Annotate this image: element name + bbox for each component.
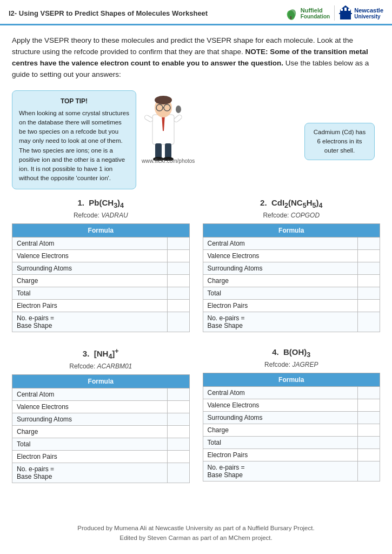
row-value	[167, 463, 189, 483]
flickr-credit: www.flickr.com/photos	[142, 158, 195, 164]
svg-rect-4	[339, 13, 352, 14]
svg-rect-8	[348, 9, 350, 11]
row-label: Charge	[203, 274, 358, 287]
table-row: Total	[203, 287, 380, 299]
row-label: Surrounding Atoms	[12, 413, 168, 425]
table-row: No. e-pairs =Base Shape	[12, 463, 190, 483]
row-value	[358, 299, 380, 312]
table-row: Central Atom	[203, 386, 380, 399]
row-value	[167, 425, 189, 438]
table-row: Central Atom	[203, 237, 380, 249]
footer-line-1: Produced by Mumena Ali at Newcastle Univ…	[11, 523, 381, 533]
newcastle-icon	[339, 5, 352, 21]
tip-body: When looking at some crystal structures …	[19, 109, 129, 183]
row-value	[358, 461, 380, 481]
svg-rect-7	[344, 8, 347, 11]
cadmium-text: Cadmium (Cd) has 6 electrons in its oute…	[314, 129, 366, 154]
table-row: Central Atom	[12, 237, 190, 249]
row-label: Total	[12, 287, 168, 299]
nuffield-icon	[283, 5, 298, 21]
row-value	[358, 249, 380, 262]
scientist-figure: www.flickr.com/photos	[142, 90, 185, 155]
table-row: Surrounding Atoms	[203, 411, 380, 424]
table-row: Total	[12, 287, 190, 299]
intro-paragraph: Apply the VSEPR theory to these molecule…	[12, 35, 380, 81]
molecule-block-2: 2. CdI2(NC5H5)4 Refcode: COPGOD Formula …	[203, 198, 381, 332]
molecule-block-4: 4. B(OH)3 Refcode: JAGREP Formula Centra…	[203, 347, 381, 483]
svg-rect-6	[341, 9, 343, 11]
table-row: Surrounding Atoms	[12, 413, 190, 425]
table-row: Surrounding Atoms	[12, 262, 190, 274]
table-row: Electron Pairs	[203, 449, 380, 461]
svg-rect-16	[144, 114, 154, 122]
molecule-3-table: Formula Central Atom Valence Electrons S…	[12, 374, 190, 483]
svg-point-18	[176, 105, 181, 113]
row-value	[358, 386, 380, 399]
row-label: No. e-pairs =Base Shape	[12, 463, 168, 483]
table-4-header: Formula	[203, 373, 380, 386]
table-row: Electron Pairs	[203, 299, 380, 312]
row-value	[167, 450, 189, 463]
row-value	[167, 262, 189, 274]
row-value	[167, 237, 189, 249]
molecule-block-1: 1. Pb(CH3)4 Refcode: VADRAU Formula Cent…	[12, 198, 190, 332]
row-value	[167, 299, 189, 312]
row-label: Electron Pairs	[12, 450, 168, 463]
row-label: Total	[12, 438, 168, 450]
table-row: Charge	[12, 274, 190, 287]
row-label: Total	[203, 436, 358, 449]
row-value	[167, 312, 189, 332]
molecule-1-table: Formula Central Atom Valence Electrons S…	[12, 223, 190, 332]
table-row: No. e-pairs =Base Shape	[203, 461, 380, 481]
main-content: Apply the VSEPR theory to these molecule…	[0, 25, 392, 508]
molecule-block-3: 3. [NH4]+ Refcode: ACARBM01 Formula Cent…	[12, 347, 190, 483]
row-label: Central Atom	[12, 388, 168, 400]
table-row: Central Atom	[12, 388, 190, 400]
row-label: No. e-pairs =Base Shape	[203, 461, 358, 481]
row-value	[167, 388, 189, 400]
svg-point-12	[155, 96, 172, 104]
molecule-2-title: 2. CdI2(NC5H5)4	[203, 198, 381, 209]
molecule-1-refcode: Refcode: VADRAU	[12, 212, 190, 219]
molecule-4-title: 4. B(OH)3	[203, 347, 381, 359]
row-value	[167, 400, 189, 413]
table-row: Valence Electrons	[12, 249, 190, 262]
svg-rect-19	[155, 143, 162, 159]
row-label: Valence Electrons	[12, 400, 168, 413]
table-row: Charge	[203, 424, 380, 436]
row-value	[358, 312, 380, 332]
molecule-4-table: Formula Central Atom Valence Electrons S…	[203, 373, 381, 482]
page-header: I2- Using VSEPR to Predict Shapes of Mol…	[0, 0, 392, 25]
logos-container: Nuffield Foundation Newcastle University	[283, 5, 383, 21]
molecule-2-table: Formula Central Atom Valence Electrons S…	[203, 223, 381, 332]
table-1-header: Formula	[12, 223, 190, 237]
svg-rect-2	[290, 16, 291, 19]
table-row: No. e-pairs =Base Shape	[12, 312, 190, 332]
table-row: Total	[12, 438, 190, 450]
row-label: Electron Pairs	[12, 299, 168, 312]
row-label: Central Atom	[12, 237, 168, 249]
row-label: Surrounding Atoms	[12, 262, 168, 274]
footer-line-2: Edited by Steven Carman as part of an MC…	[11, 533, 381, 543]
row-label: Central Atom	[203, 386, 358, 399]
row-value	[358, 399, 380, 411]
newcastle-logo: Newcastle University	[334, 5, 383, 21]
row-label: Surrounding Atoms	[203, 411, 358, 424]
row-label: Charge	[12, 425, 168, 438]
row-value	[358, 424, 380, 436]
row-value	[167, 413, 189, 425]
table-row: Valence Electrons	[203, 249, 380, 262]
row-label: Central Atom	[203, 237, 358, 249]
row-label: Charge	[203, 424, 358, 436]
cadmium-box: Cadmium (Cd) has 6 electrons in its oute…	[304, 123, 375, 161]
row-label: No. e-pairs =Base Shape	[203, 312, 358, 332]
molecules-row-2: 3. [NH4]+ Refcode: ACARBM01 Formula Cent…	[12, 347, 380, 483]
nuffield-logo: Nuffield Foundation	[283, 5, 330, 21]
row-value	[358, 449, 380, 461]
table-row: Valence Electrons	[12, 400, 190, 413]
molecules-row-1: 1. Pb(CH3)4 Refcode: VADRAU Formula Cent…	[12, 198, 380, 332]
tip-box: TOP TIP! When looking at some crystal st…	[12, 90, 136, 189]
row-value	[167, 438, 189, 450]
row-value	[358, 237, 380, 249]
row-value	[358, 436, 380, 449]
